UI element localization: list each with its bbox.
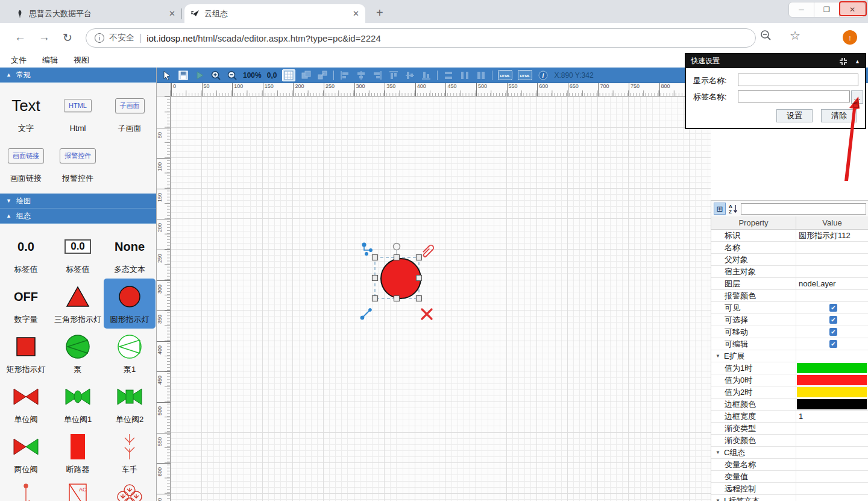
palette-item-单位阀1[interactable]: 单位阀1 [52, 379, 104, 429]
connector-icon[interactable] [362, 243, 373, 256]
property-row-边框宽度[interactable]: 边框宽度1 [711, 411, 868, 423]
palette-item-Html[interactable]: HTMLHtml [52, 87, 104, 137]
color-swatch[interactable] [797, 375, 867, 385]
property-row-渐变颜色[interactable]: 渐变颜色 [711, 435, 868, 447]
checkbox-checked[interactable]: ✔ [829, 304, 837, 312]
menu-文件[interactable]: 文件 [11, 53, 27, 68]
set-button[interactable]: 设置 [776, 109, 813, 122]
clear-button[interactable]: 清除 [821, 109, 857, 122]
page-info-icon[interactable]: i [95, 33, 104, 43]
property-row-标识[interactable]: 标识圆形指示灯112 [711, 230, 868, 242]
property-filter-box[interactable] [741, 203, 866, 215]
browser-tab-scada[interactable]: 云组态 ✕ [184, 4, 365, 23]
collapse-panel-icon[interactable]: ▲ [855, 58, 860, 65]
quick-settings-header[interactable]: 快速设置 ▲ [686, 54, 865, 68]
rotate-handle[interactable] [394, 244, 400, 250]
palette-item-单位阀2[interactable]: 单位阀2 [104, 379, 156, 429]
menu-视图[interactable]: 视图 [74, 53, 89, 68]
html-badge-icon[interactable]: HTML [498, 69, 512, 81]
palette-section-组态[interactable]: ▲组态 [0, 209, 156, 224]
checkbox-checked[interactable]: ✔ [829, 340, 837, 348]
property-row-变量名称[interactable]: 变量名称 [711, 459, 868, 471]
attach-icon[interactable] [423, 245, 433, 257]
zoom-out-page-icon[interactable] [760, 29, 773, 45]
property-row-可编辑[interactable]: 可编辑✔ [711, 338, 868, 350]
palette-item-单位阀[interactable]: 单位阀 [0, 379, 52, 429]
property-row-可见[interactable]: 可见✔ [711, 302, 868, 314]
checkbox-checked[interactable]: ✔ [829, 328, 837, 336]
palette-item-标签值[interactable]: 0.0标签值 [0, 228, 52, 279]
palette-item-多态文本[interactable]: None多态文本 [104, 228, 156, 279]
zoom-in-icon[interactable] [210, 69, 221, 81]
palette-item-泵1[interactable]: 泵1 [104, 329, 156, 379]
palette-item-画面链接[interactable]: 画面链接画面链接 [0, 137, 52, 187]
property-row-图层[interactable]: 图层nodeLayer [711, 278, 868, 290]
property-row-E扩展[interactable]: ▼E扩展 [711, 350, 868, 362]
checkbox-checked[interactable]: ✔ [829, 316, 837, 324]
save-icon[interactable] [178, 69, 189, 81]
color-swatch[interactable] [797, 399, 867, 409]
zoom-out-icon[interactable] [227, 69, 237, 81]
palette-item-文字[interactable]: Text文字 [0, 87, 52, 137]
circle-indicator-shape[interactable] [381, 259, 421, 298]
property-row-可选择[interactable]: 可选择✔ [711, 314, 868, 326]
restore-button[interactable]: ❐ [814, 2, 840, 17]
close-tab-icon[interactable]: ✕ [353, 9, 359, 18]
browser-tab-platform[interactable]: 思普云大数据平台 ✕ [10, 4, 181, 23]
grid-toggle-icon[interactable] [282, 69, 295, 81]
palette-item-两位阀[interactable]: 两位阀 [0, 429, 52, 479]
property-row-可移动[interactable]: 可移动✔ [711, 326, 868, 338]
palette-item-子画面[interactable]: 子画面子画面 [104, 87, 156, 137]
property-row-报警颜色[interactable]: 报警颜色 [711, 290, 868, 302]
palette-item-刀闸[interactable]: 刀闸 [0, 479, 52, 501]
color-swatch[interactable] [797, 387, 867, 397]
palette-item-标签值[interactable]: 0.0标签值 [52, 228, 104, 279]
color-swatch[interactable] [797, 363, 867, 373]
palette-item-数字量[interactable]: OFF数字量 [0, 279, 52, 329]
close-tab-icon[interactable]: ✕ [169, 9, 175, 18]
property-row-父对象[interactable]: 父对象 [711, 254, 868, 266]
property-column-header[interactable]: Property [711, 216, 796, 229]
property-row-边框颜色[interactable]: 边框颜色 [711, 399, 868, 411]
palette-item-车手[interactable]: 车手 [104, 429, 156, 479]
categorize-icon[interactable]: ⊞ [714, 203, 726, 215]
tag-name-input[interactable] [738, 90, 850, 102]
property-row-渐变类型[interactable]: 渐变类型 [711, 423, 868, 435]
forward-icon[interactable]: → [39, 31, 50, 44]
dock-icon[interactable] [839, 57, 848, 66]
palette-item-PT[interactable]: PT [104, 479, 156, 501]
group-collapse-icon[interactable]: ▼ [715, 353, 720, 359]
bookmark-star-icon[interactable]: ☆ [790, 28, 800, 43]
palette-item-矩形指示灯[interactable]: 矩形指示灯 [0, 329, 52, 379]
reload-icon[interactable]: ↻ [63, 31, 72, 45]
line-tool-icon[interactable] [360, 309, 371, 320]
property-row-名称[interactable]: 名称 [711, 242, 868, 254]
display-name-input[interactable] [738, 74, 858, 86]
info-icon[interactable]: i [538, 69, 549, 81]
group-collapse-icon[interactable]: ▼ [715, 498, 720, 501]
browser-update-icon[interactable]: ↑ [843, 30, 857, 45]
palette-item-三角形指示灯[interactable]: 三角形指示灯 [52, 279, 104, 329]
delete-icon[interactable] [422, 309, 432, 319]
property-row-变量值[interactable]: 变量值 [711, 471, 868, 483]
property-row-C组态[interactable]: ▼C组态 [711, 447, 868, 459]
palette-item-报警控件[interactable]: 报警控件报警控件 [52, 137, 104, 187]
minimize-button[interactable]: ─ [789, 2, 814, 17]
value-column-header[interactable]: Value [796, 216, 868, 229]
property-row-值为1时[interactable]: 值为1时 [711, 362, 868, 374]
property-row-远程控制[interactable]: 远程控制 [711, 483, 868, 495]
menu-编辑[interactable]: 编辑 [42, 53, 58, 68]
palette-item-逆变器[interactable]: ACDC逆变器 [52, 479, 104, 501]
palette-item-断路器[interactable]: 断路器 [52, 429, 104, 479]
html-badge-icon[interactable]: HTML [518, 69, 532, 81]
property-row-值为2时[interactable]: 值为2时 [711, 386, 868, 399]
palette-section-常规[interactable]: ▲常规 [0, 68, 156, 83]
back-icon[interactable]: ← [14, 31, 26, 44]
palette-item-泵[interactable]: 泵 [52, 329, 104, 379]
property-row-宿主对象[interactable]: 宿主对象 [711, 266, 868, 278]
palette-section-绘图[interactable]: ▼绘图 [0, 194, 156, 209]
palette-item-圆形指示灯[interactable]: 圆形指示灯 [104, 279, 156, 329]
cursor-icon[interactable] [162, 69, 172, 81]
property-row-L标签文本[interactable]: ▼L标签文本 [711, 495, 868, 501]
group-collapse-icon[interactable]: ▼ [715, 450, 720, 455]
